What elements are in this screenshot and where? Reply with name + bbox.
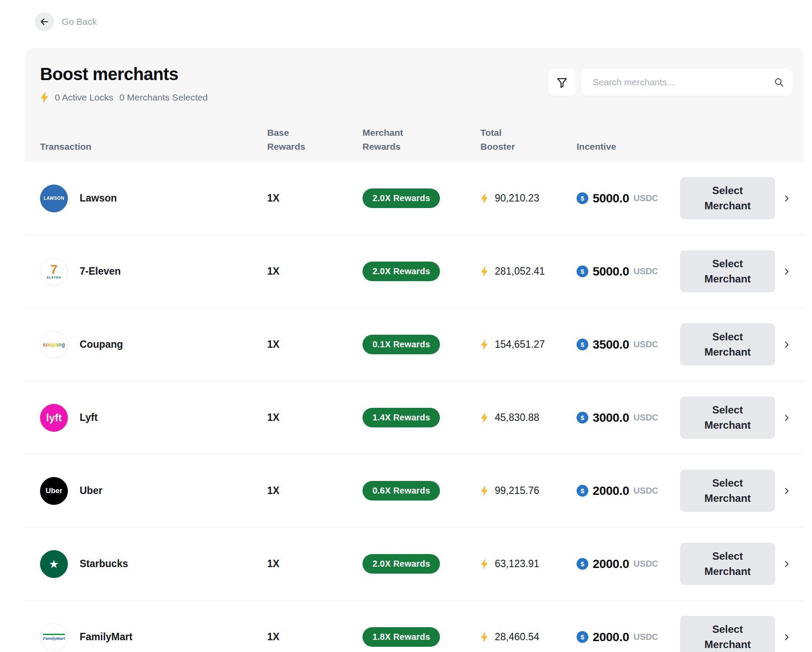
lightning-bolt-icon bbox=[480, 193, 488, 204]
table-column-headers: Transaction Base Rewards Merchant Reward… bbox=[25, 126, 804, 154]
total-booster-value: 28,460.54 bbox=[495, 631, 539, 643]
search-input[interactable] bbox=[581, 69, 793, 96]
merchant-name: Lyft bbox=[80, 412, 97, 423]
row-expand-chevron[interactable] bbox=[777, 487, 804, 495]
back-arrow-circle[interactable] bbox=[35, 12, 54, 31]
active-locks-count: 0 Active Locks bbox=[55, 92, 113, 103]
chevron-right-icon bbox=[783, 633, 791, 641]
merchant-rewards-badge: 0.1X Rewards bbox=[362, 335, 440, 354]
select-merchant-button[interactable]: Select Merchant bbox=[680, 543, 775, 585]
select-merchant-button[interactable]: Select Merchant bbox=[680, 323, 775, 365]
base-rewards-value: 1X bbox=[267, 192, 279, 204]
usdc-icon: $ bbox=[577, 412, 588, 423]
column-header-base-rewards: Base Rewards bbox=[267, 126, 316, 154]
table-row: lyft Lyft 1X 1.4X Rewards 45,830.88 $ 30… bbox=[25, 381, 804, 454]
row-expand-chevron[interactable] bbox=[777, 414, 804, 422]
incentive-value: 2000.0 bbox=[593, 557, 629, 571]
table-row: Uber Uber 1X 0.6X Rewards 99,215.76 $ 20… bbox=[25, 454, 804, 528]
incentive-value: 2000.0 bbox=[593, 630, 629, 644]
lightning-bolt-icon bbox=[480, 266, 488, 277]
lightning-bolt-icon bbox=[480, 339, 488, 350]
chevron-right-icon bbox=[783, 414, 791, 422]
go-back-label: Go Back bbox=[62, 17, 97, 27]
chevron-right-icon bbox=[783, 268, 791, 276]
merchant-rewards-badge: 2.0X Rewards bbox=[362, 554, 440, 574]
funnel-icon bbox=[556, 77, 568, 88]
incentive-currency: USDC bbox=[634, 193, 658, 203]
table-row: 7 ELEVEN 7-Eleven 1X 2.0X Rewards 281,05… bbox=[25, 235, 804, 308]
merchant-name: 7-Eleven bbox=[80, 266, 121, 277]
merchant-name: Coupang bbox=[80, 339, 123, 350]
base-rewards-value: 1X bbox=[267, 266, 279, 277]
base-rewards-value: 1X bbox=[267, 558, 279, 569]
usdc-icon: $ bbox=[577, 631, 588, 643]
row-expand-chevron[interactable] bbox=[777, 195, 804, 202]
lightning-bolt-icon bbox=[480, 486, 488, 496]
uber-logo: Uber bbox=[40, 477, 68, 505]
panel-header: Boost merchants 0 Active Locks 0 Merchan… bbox=[25, 48, 804, 162]
go-back-button[interactable]: Go Back bbox=[35, 12, 97, 31]
select-merchant-button[interactable]: Select Merchant bbox=[680, 250, 775, 292]
row-expand-chevron[interactable] bbox=[777, 560, 804, 568]
base-rewards-value: 1X bbox=[267, 631, 279, 642]
merchant-rewards-badge: 1.4X Rewards bbox=[362, 408, 440, 427]
incentive-currency: USDC bbox=[634, 486, 658, 496]
row-expand-chevron[interactable] bbox=[777, 633, 804, 641]
table-row: ★ Starbucks 1X 2.0X Rewards 63,123.91 $ … bbox=[25, 528, 804, 601]
column-header-transaction: Transaction bbox=[40, 140, 267, 154]
boost-merchants-panel: Boost merchants 0 Active Locks 0 Merchan… bbox=[25, 48, 804, 652]
row-expand-chevron[interactable] bbox=[777, 341, 804, 349]
select-merchant-button[interactable]: Select Merchant bbox=[680, 397, 775, 438]
base-rewards-value: 1X bbox=[267, 412, 279, 423]
incentive-value: 2000.0 bbox=[593, 484, 629, 498]
merchant-name: Starbucks bbox=[80, 558, 128, 570]
search-icon bbox=[774, 77, 784, 87]
usdc-icon: $ bbox=[577, 192, 588, 204]
select-merchant-button[interactable]: Select Merchant bbox=[680, 177, 775, 219]
row-expand-chevron[interactable] bbox=[777, 268, 804, 276]
total-booster-value: 90,210.23 bbox=[495, 192, 539, 204]
incentive-value: 3000.0 bbox=[593, 411, 629, 425]
merchant-rewards-badge: 0.6X Rewards bbox=[362, 481, 440, 501]
column-header-merchant-rewards: Merchant Rewards bbox=[362, 126, 411, 154]
total-booster-value: 281,052.41 bbox=[495, 266, 545, 277]
chevron-right-icon bbox=[783, 341, 791, 349]
merchants-selected-count: 0 Merchants Selected bbox=[119, 92, 208, 103]
column-header-total-booster: Total Booster bbox=[480, 126, 529, 154]
merchant-name: FamilyMart bbox=[80, 631, 132, 643]
incentive-currency: USDC bbox=[634, 632, 658, 642]
arrow-left-icon bbox=[40, 17, 49, 27]
usdc-icon: $ bbox=[577, 558, 588, 570]
merchant-name: Lawson bbox=[80, 192, 117, 204]
usdc-icon: $ bbox=[577, 266, 588, 277]
merchant-rewards-badge: 1.8X Rewards bbox=[362, 627, 440, 647]
seven-eleven-logo: 7 ELEVEN bbox=[40, 258, 68, 286]
merchant-table: LAWSON Lawson 1X 2.0X Rewards 90,210.23 … bbox=[25, 162, 804, 652]
total-booster-value: 45,830.88 bbox=[495, 412, 539, 423]
merchant-name: Uber bbox=[80, 485, 102, 497]
column-header-incentive: Incentive bbox=[577, 140, 680, 154]
lawson-logo: LAWSON bbox=[40, 185, 68, 212]
incentive-currency: USDC bbox=[634, 266, 658, 276]
incentive-currency: USDC bbox=[634, 339, 658, 350]
table-row: LAWSON Lawson 1X 2.0X Rewards 90,210.23 … bbox=[25, 162, 804, 235]
total-booster-value: 154,651.27 bbox=[495, 339, 545, 350]
chevron-right-icon bbox=[783, 487, 791, 495]
total-booster-value: 63,123.91 bbox=[495, 558, 539, 570]
filter-button[interactable] bbox=[548, 69, 575, 96]
base-rewards-value: 1X bbox=[267, 485, 279, 496]
coupang-logo: coupang bbox=[40, 331, 68, 359]
familymart-logo: FamilyMart bbox=[40, 623, 68, 651]
merchant-rewards-badge: 2.0X Rewards bbox=[362, 262, 440, 281]
lightning-bolt-icon bbox=[40, 92, 49, 103]
incentive-value: 5000.0 bbox=[593, 265, 629, 279]
select-merchant-button[interactable]: Select Merchant bbox=[680, 616, 775, 652]
incentive-currency: USDC bbox=[634, 413, 658, 423]
usdc-icon: $ bbox=[577, 339, 588, 350]
lightning-bolt-icon bbox=[480, 632, 488, 642]
search-box[interactable] bbox=[581, 69, 793, 96]
lightning-bolt-icon bbox=[480, 559, 488, 569]
select-merchant-button[interactable]: Select Merchant bbox=[680, 470, 775, 511]
starbucks-logo: ★ bbox=[40, 550, 68, 578]
chevron-right-icon bbox=[783, 560, 791, 568]
